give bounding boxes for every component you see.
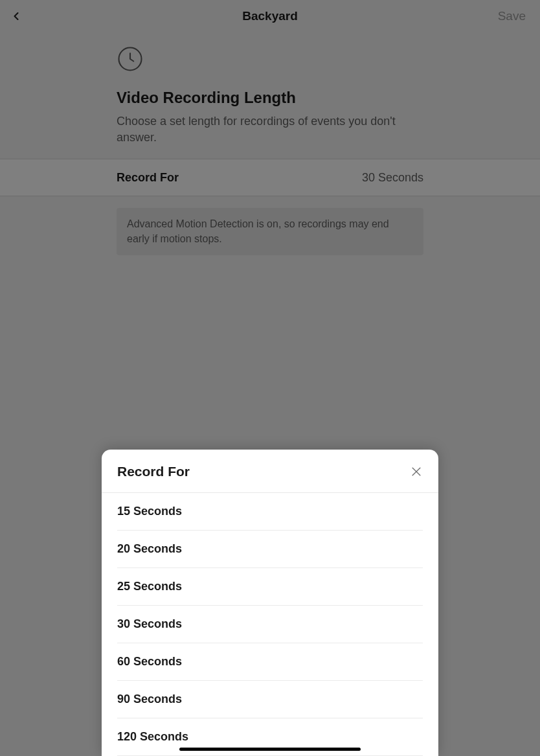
close-icon <box>410 465 423 478</box>
modal-option[interactable]: 25 Seconds <box>117 568 423 606</box>
modal-option[interactable]: 60 Seconds <box>117 643 423 681</box>
settings-page: Backyard Save Video Recording Length Cho… <box>0 0 540 756</box>
home-indicator[interactable] <box>179 748 361 751</box>
modal-option[interactable]: 30 Seconds <box>117 606 423 643</box>
modal-option[interactable]: 90 Seconds <box>117 681 423 718</box>
modal-title: Record For <box>117 464 190 479</box>
modal-close-button[interactable] <box>410 465 423 478</box>
record-for-modal: Record For 15 Seconds 20 Seconds 25 Seco… <box>102 450 438 756</box>
modal-option-list: 15 Seconds 20 Seconds 25 Seconds 30 Seco… <box>102 493 438 756</box>
modal-option[interactable]: 20 Seconds <box>117 531 423 568</box>
modal-option[interactable]: 15 Seconds <box>117 493 423 531</box>
modal-header: Record For <box>102 450 438 493</box>
